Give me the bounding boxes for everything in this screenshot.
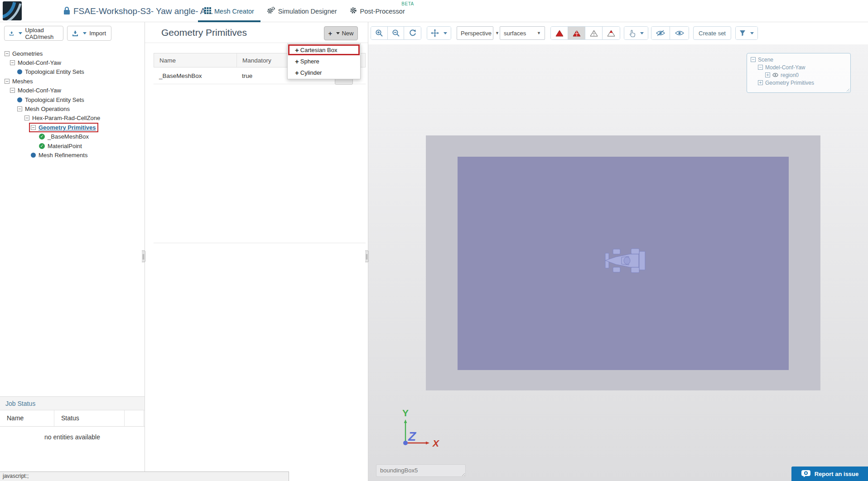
dropdown-item-cylinder[interactable]: Cylinder [288,67,360,78]
tree-item-model-conf-yaw[interactable]: Model-Conf-Yaw [0,58,144,67]
app-logo-icon[interactable] [3,1,22,22]
pan-tool-group [427,26,451,40]
scene-tree-item-geometry-primitives[interactable]: Geometry Primitives [749,79,849,87]
show-selection-button[interactable] [670,27,689,39]
tree-item-model-conf-yaw[interactable]: Model-Conf-Yaw [0,86,144,95]
dropdown-item-sphere[interactable]: Sphere [288,56,360,67]
tab-label: Mesh Creator [214,8,254,15]
plus-icon: + [328,29,333,37]
scene-tree-overlay: SceneModel-Conf-Yawregion0Geometry Primi… [747,53,851,93]
cell-name: _BaseMeshBox [154,67,236,84]
zoom-to-box-button[interactable] [371,27,388,39]
job-status-title: Job Status [0,397,145,410]
beta-badge: BETA [401,1,414,6]
column-header-name: Name [154,53,237,67]
collapse-icon[interactable] [5,51,10,56]
scene-tree-item-scene[interactable]: Scene [749,56,849,63]
collapse-icon[interactable] [10,88,15,93]
scene-tree-label: Model-Conf-Yaw [765,64,805,71]
lock-icon [63,6,70,17]
tab-simulation-designer[interactable]: Simulation Designer [260,0,343,22]
wireframe-triangle-icon [590,30,598,37]
display-style-group [550,26,620,40]
collapse-icon[interactable] [24,115,29,120]
tree-item-meshes[interactable]: Meshes [0,77,144,86]
tree-item-geometry-primitives[interactable]: Geometry Primitives [0,123,144,132]
collapse-icon[interactable] [5,79,10,84]
axis-triad: Y X Z [387,404,446,459]
bounding-box-name-input[interactable] [376,464,466,477]
gears-icon [267,7,275,15]
report-issue-button[interactable]: Report an issue [791,467,868,481]
wireframe-style-button[interactable] [585,27,603,39]
tree-item-topological-entity-sets[interactable]: Topological Entity Sets [0,67,144,77]
tree-item-materialpoint[interactable]: MaterialPoint [0,141,144,150]
gear-icon [350,7,357,15]
project-title: FSAE-Workshop-S3- Yaw angle- A... [73,0,213,22]
new-button[interactable]: + New [324,26,358,40]
filter-button[interactable] [736,27,757,39]
panel-title: Geometry Primitives [161,27,247,38]
panel-header: Geometry Primitives + New [145,22,368,43]
hide-selection-button[interactable] [651,27,670,39]
zoom-out-icon [392,29,400,37]
zoom-out-button[interactable] [388,27,404,39]
upload-cad-button[interactable]: Upload CAD/mesh [4,26,63,41]
pick-tool-button[interactable] [624,27,648,39]
expand-icon[interactable] [758,80,763,85]
collapse-icon[interactable] [10,60,15,65]
create-set-button[interactable]: Create set [693,26,731,40]
scene-tree-item-model-conf-yaw[interactable]: Model-Conf-Yaw [749,63,849,71]
panel-resize-handle-center[interactable] [365,250,369,262]
tree-item-label: _BaseMeshBox [48,133,89,140]
funnel-icon [739,30,746,36]
projection-select[interactable]: Perspective ▼ [457,26,493,40]
render-mode-select[interactable]: surfaces ▼ [500,26,545,40]
outline-red-triangle-icon [607,30,615,37]
feedback-icon [801,470,811,478]
viewport-canvas[interactable]: SceneModel-Conf-Yawregion0Geometry Primi… [368,44,868,481]
dropdown-item-cartesian-box[interactable]: Cartesian Box [288,44,360,56]
solid-style-button[interactable] [551,27,568,39]
tree-item-mesh-operations[interactable]: Mesh Operations [0,104,144,113]
collapse-icon[interactable] [758,65,763,70]
filter-group [735,26,758,40]
tree-item-basemeshbox[interactable]: _BaseMeshBox [0,132,144,141]
collapse-icon[interactable] [751,57,756,62]
tree-item-label: Geometries [12,50,43,57]
reset-view-button[interactable] [404,27,421,39]
pan-tool-button[interactable] [427,27,451,39]
panel-resize-handle-left[interactable] [142,250,145,262]
new-button-label: New [342,30,353,37]
tree-item-mesh-refinements[interactable]: Mesh Refinements [0,150,144,159]
bounding-box-outer [426,135,820,390]
scene-tree-resize-handle[interactable] [845,87,849,91]
tab-post-processor[interactable]: Post-ProcessorBETA [343,0,411,22]
tree-item-label: Topological Entity Sets [25,96,84,103]
geometry-primitives-panel: Geometry Primitives + New NameMandatory … [145,22,368,481]
expand-icon[interactable] [765,72,770,77]
collapse-icon[interactable] [31,125,36,130]
import-button[interactable]: Import [67,26,111,41]
grid-icon [204,7,211,15]
solid-mesh-triangle-icon [573,30,581,37]
tree-item-hex-param-rad-cellzone[interactable]: Hex-Param-Rad-CellZone [0,114,144,123]
tree-item-label: Mesh Refinements [39,152,87,159]
scene-tree-item-region0[interactable]: region0 [749,71,849,79]
solid-mesh-style-button[interactable] [568,27,585,39]
surface-mesh-style-button[interactable] [603,27,620,39]
tree-item-geometries[interactable]: Geometries [0,49,144,58]
eye-icon [675,30,684,36]
tree-item-topological-entity-sets[interactable]: Topological Entity Sets [0,95,144,104]
tree-item-label: Geometry Primitives [39,124,96,131]
eye-icon [772,73,778,77]
scene-tree-label: Geometry Primitives [765,80,814,86]
node-dot-icon [17,69,22,74]
tree-item-label: Mesh Operations [25,106,70,112]
axis-x-label: X [432,438,440,448]
browser-status-bar: javascript:; [0,471,289,481]
tab-label: Simulation Designer [278,8,337,15]
tab-mesh-creator[interactable]: Mesh Creator [198,0,260,22]
axis-z-label: Z [408,429,416,443]
collapse-icon[interactable] [17,106,22,111]
